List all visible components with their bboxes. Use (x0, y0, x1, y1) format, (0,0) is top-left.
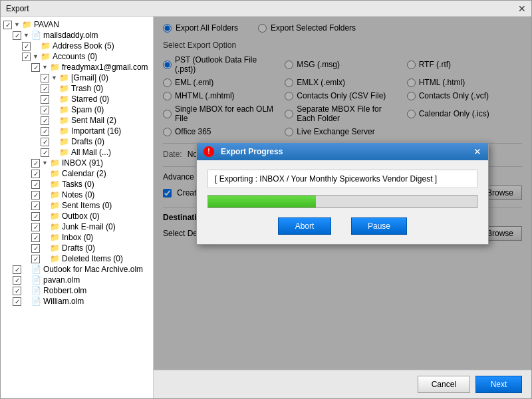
next-button[interactable]: Next (475, 376, 522, 393)
tree-label-outbox: Outbox (0) (62, 211, 100, 221)
tree-label-sentmail: Sent Mail (2) (71, 116, 116, 125)
checkbox-gmail[interactable] (41, 74, 49, 82)
checkbox-outbox[interactable] (31, 212, 40, 221)
folder-icon-outlookarchive: 📄 (31, 265, 41, 274)
folder-icon-pavan-olm: 📄 (31, 275, 41, 285)
tree-item-gmail[interactable]: ▼📁[Gmail] (0) (1, 72, 153, 83)
checkbox-drafts2[interactable] (31, 244, 40, 253)
abort-button[interactable]: Abort (278, 217, 331, 235)
tree-item-calendar[interactable]: 📁Calendar (2) (1, 168, 153, 179)
checkbox-important[interactable] (41, 127, 49, 136)
checkbox-notes[interactable] (31, 191, 40, 200)
folder-icon-gmail: 📁 (59, 73, 69, 82)
modal-title-group: ! Export Progress (203, 146, 283, 157)
tree-item-important[interactable]: 📁Important (16) (1, 126, 153, 136)
tree-item-accounts[interactable]: ▼📁Accounts (0) (1, 51, 153, 62)
checkbox-pavan[interactable] (3, 21, 12, 29)
tree-item-notes[interactable]: 📁Notes (0) (1, 190, 153, 200)
tree-label-notes: Notes (0) (62, 190, 94, 200)
tree-label-starred: Starred (0) (71, 94, 109, 104)
tree-item-spam[interactable]: 📁Spam (0) (1, 104, 153, 115)
tree-item-robbert[interactable]: 📄Robbert.olm (1, 285, 153, 296)
checkbox-sentitems[interactable] (31, 201, 40, 210)
checkbox-calendar[interactable] (31, 170, 40, 178)
checkbox-sentmail[interactable] (41, 116, 49, 125)
progress-bar-container (207, 195, 477, 208)
tree-item-sentitems[interactable]: 📁Sent Items (0) (1, 200, 153, 211)
tree-label-mailsdaddy: mailsdaddy.olm (43, 31, 98, 40)
folder-icon-addressbook: 📁 (41, 41, 51, 51)
folder-icon-drafts2: 📁 (50, 243, 60, 253)
checkbox-tasks[interactable] (31, 180, 40, 189)
tree-label-accounts: Accounts (0) (53, 52, 97, 61)
tree-item-junkemail[interactable]: 📁Junk E-mail (0) (1, 221, 153, 232)
arrow-inbox-main: ▼ (42, 160, 49, 166)
tree-item-allmail[interactable]: 📁All Mail (...) (1, 147, 153, 158)
checkbox-inbox-main[interactable] (31, 159, 40, 168)
tree-label-pavan-olm: pavan.olm (43, 275, 80, 285)
tree-item-sentmail[interactable]: 📁Sent Mail (2) (1, 115, 153, 126)
tree-label-junkemail: Junk E-mail (0) (62, 222, 116, 231)
tree-label-outlookarchive: Outlook for Mac Archive.olm (43, 265, 143, 274)
progress-bar-fill (208, 196, 316, 207)
folder-icon-accounts: 📁 (41, 52, 51, 61)
checkbox-william[interactable] (13, 297, 21, 306)
checkbox-outlookarchive[interactable] (13, 265, 21, 274)
tree-item-starred[interactable]: 📁Starred (0) (1, 94, 153, 104)
modal-overlay: ! Export Progress ✕ [ Exporting : INBOX … (154, 17, 531, 370)
checkbox-mailsdaddy[interactable] (13, 31, 21, 40)
arrow-pavan: ▼ (14, 21, 21, 28)
tree-item-pavan-olm[interactable]: 📄pavan.olm (1, 275, 153, 285)
tree-label-inbox2: Inbox (0) (62, 233, 93, 242)
bottom-bar: Cancel Next (154, 370, 531, 398)
folder-icon-pavan: 📁 (22, 20, 32, 29)
checkbox-trash[interactable] (41, 84, 49, 93)
tree-item-trash[interactable]: 📁Trash (0) (1, 83, 153, 94)
tree-label-sentitems: Sent Items (0) (62, 201, 112, 210)
checkbox-spam[interactable] (41, 106, 49, 114)
checkbox-accounts[interactable] (22, 53, 31, 61)
tree-item-deleteditems[interactable]: 📁Deleted Items (0) (1, 253, 153, 264)
checkbox-starred[interactable] (41, 95, 49, 104)
checkbox-junkemail[interactable] (31, 223, 40, 231)
checkbox-freadymax[interactable] (31, 63, 40, 72)
folder-icon-mailsdaddy: 📄 (31, 31, 41, 40)
tree-item-outlookarchive[interactable]: 📄Outlook for Mac Archive.olm (1, 264, 153, 275)
cancel-button[interactable]: Cancel (418, 376, 470, 393)
checkbox-addressbook[interactable] (22, 42, 31, 51)
pause-button[interactable]: Pause (351, 217, 407, 235)
tree-item-inbox-main[interactable]: ▼📁INBOX (91) (1, 158, 153, 168)
right-container: Export All Folders Export Selected Folde… (154, 17, 531, 398)
tree-item-tasks[interactable]: 📁Tasks (0) (1, 179, 153, 190)
checkbox-deleteditems[interactable] (31, 255, 40, 263)
modal-close-button[interactable]: ✕ (473, 147, 481, 156)
tree-item-drafts2[interactable]: 📁Drafts (0) (1, 243, 153, 253)
checkbox-inbox2[interactable] (31, 233, 40, 242)
window-close-button[interactable]: ✕ (518, 3, 526, 14)
tree-item-freadymax[interactable]: ▼📁freadymax1@gmail.com (1, 62, 153, 72)
tree-item-mailsdaddy[interactable]: ▼📄mailsdaddy.olm (1, 30, 153, 41)
modal-title: Export Progress (221, 147, 283, 156)
tree-item-pavan[interactable]: ▼📁PAVAN (1, 19, 153, 30)
tree-item-outbox[interactable]: 📁Outbox (0) (1, 211, 153, 221)
tree-label-addressbook: Address Book (5) (53, 41, 114, 51)
checkbox-robbert[interactable] (13, 287, 21, 295)
folder-icon-trash: 📁 (59, 84, 69, 93)
folder-icon-spam: 📁 (59, 105, 69, 114)
checkbox-pavan-olm[interactable] (13, 276, 21, 285)
tree-label-calendar: Calendar (2) (62, 169, 106, 178)
right-panel: Export All Folders Export Selected Folde… (154, 17, 531, 370)
tree-label-freadymax: freadymax1@gmail.com (62, 63, 148, 72)
checkbox-allmail[interactable] (41, 148, 49, 157)
tree-item-drafts-gmail[interactable]: 📁Drafts (0) (1, 136, 153, 147)
export-progress-modal: ! Export Progress ✕ [ Exporting : INBOX … (196, 142, 489, 245)
arrow-gmail: ▼ (51, 74, 58, 81)
tree-item-addressbook[interactable]: 📁Address Book (5) (1, 41, 153, 51)
arrow-freadymax: ▼ (42, 64, 49, 70)
arrow-mailsdaddy: ▼ (23, 32, 30, 39)
tree-item-inbox2[interactable]: 📁Inbox (0) (1, 232, 153, 243)
checkbox-drafts-gmail[interactable] (41, 138, 49, 146)
tree-label-gmail: [Gmail] (0) (71, 73, 108, 82)
tree-item-william[interactable]: 📄William.olm (1, 296, 153, 307)
folder-icon-sentitems: 📁 (50, 201, 60, 210)
